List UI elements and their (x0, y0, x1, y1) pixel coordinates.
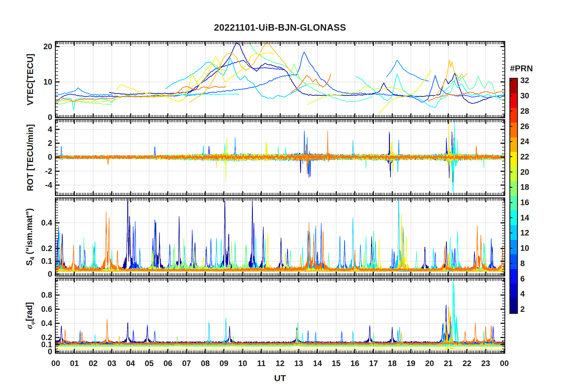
y-tick-label: 0 (19, 269, 52, 279)
y-tick-label: 0.2 (19, 332, 52, 342)
sigma_phi-panel (55, 278, 505, 354)
colorbar-segment (510, 167, 517, 181)
x-tick-label: 06 (163, 359, 172, 368)
y-tick-label: 0 (19, 112, 52, 122)
x-tick-label: 11 (257, 359, 266, 368)
chart-title: 20221101-UiB-BJN-GLONASS (56, 22, 504, 33)
colorbar-segment (510, 240, 517, 255)
colorbar-segment (510, 181, 517, 196)
colorbar-segment (510, 284, 517, 299)
colorbar-tick-label: 16 (520, 198, 529, 207)
sigma_phi-plot-canvas (56, 279, 504, 353)
colorbar-tick-label: 24 (520, 137, 529, 146)
y-tick-label: 20 (19, 42, 52, 52)
colorbar-tick (510, 156, 512, 157)
x-tick-label: 17 (369, 359, 378, 368)
colorbar-tick-label: 6 (520, 274, 525, 284)
colorbar-tick (510, 111, 512, 111)
x-tick-label: 03 (107, 359, 116, 368)
colorbar-tick-label: 26 (520, 122, 529, 131)
x-tick-label: 00 (500, 359, 509, 368)
figure: 20221101-UiB-BJN-GLONASS VTEC[TECU]ROT [… (0, 0, 561, 392)
colorbar-tick-label: 20 (520, 167, 529, 177)
x-tick-label: 18 (388, 359, 397, 368)
colorbar-tick-label: 12 (520, 228, 529, 238)
colorbar-tick-label: 28 (520, 106, 529, 116)
y-tick-label: 0 (19, 152, 52, 162)
x-tick-label: 20 (425, 359, 434, 368)
colorbar-tick-label: 14 (520, 213, 529, 223)
colorbar-tick-label: 32 (520, 76, 529, 85)
colorbar-tick (510, 294, 512, 294)
x-tick-label: 13 (294, 359, 303, 368)
colorbar-segment (510, 196, 517, 211)
colorbar-tick (510, 95, 512, 96)
y-tick-label: 0.2 (19, 243, 52, 253)
colorbar-segment (510, 108, 517, 123)
x-tick-label: 08 (201, 359, 210, 368)
colorbar-tick (510, 263, 512, 264)
colorbar-tick (510, 141, 512, 142)
y-tick-label: 10 (19, 77, 52, 87)
colorbar-tick (510, 202, 512, 203)
colorbar-segment (510, 152, 517, 167)
x-tick-label: 23 (481, 359, 490, 368)
colorbar-tick-label: 30 (520, 91, 529, 101)
colorbar-segment (510, 123, 517, 137)
x-tick-label: 02 (89, 359, 98, 368)
colorbar-tick-label: 18 (520, 182, 529, 192)
colorbar-tick-label: 2 (520, 304, 525, 314)
colorbar-tick (510, 80, 512, 81)
x-tick-label: 10 (238, 359, 247, 368)
rot-panel (55, 119, 505, 196)
colorbar-title: #PRN (502, 64, 541, 73)
x-tick-label: 14 (313, 359, 322, 368)
colorbar-tick-label: 8 (520, 259, 525, 268)
x-tick-label: 01 (70, 359, 79, 368)
colorbar-tick-label: 22 (520, 152, 529, 162)
y-tick-label: 0.8 (19, 290, 52, 300)
colorbar-tick (510, 172, 512, 172)
x-tick-label: 15 (332, 359, 341, 368)
colorbar-segment (510, 298, 517, 313)
colorbar-tick (510, 217, 512, 218)
y-tick-label: 0.4 (19, 318, 52, 328)
rot-plot-canvas (56, 120, 504, 195)
vtec-plot-canvas (56, 42, 504, 117)
y-tick-label: 0.4 (19, 218, 52, 228)
x-tick-label: 12 (275, 359, 284, 368)
y-tick-label: 2 (19, 138, 52, 148)
x-tick-label: 05 (145, 359, 154, 368)
y-tick-label: -4 (19, 180, 52, 190)
colorbar-tick-label: 10 (520, 243, 529, 253)
y-tick-label: 4 (19, 124, 52, 134)
s4-panel (55, 197, 505, 276)
x-tick-label: 22 (462, 359, 471, 368)
x-tick-label: 21 (444, 359, 453, 368)
x-tick-label: 07 (182, 359, 191, 368)
y-tick-label: 0.6 (19, 304, 52, 314)
colorbar-segment (510, 137, 517, 152)
colorbar-tick (510, 248, 512, 249)
x-axis-label: UT (56, 373, 504, 383)
y-tick-label: 0.1 (19, 256, 52, 266)
colorbar-tick (510, 309, 512, 309)
x-tick-label: 09 (219, 359, 228, 368)
colorbar-segment (510, 254, 517, 269)
x-tick-label: 00 (51, 359, 60, 368)
x-tick-label: 16 (350, 359, 359, 368)
colorbar-tick-label: 4 (520, 289, 525, 299)
x-tick-label: 19 (406, 359, 415, 368)
colorbar-tick (510, 187, 512, 188)
vtec-panel (55, 41, 505, 118)
x-tick-label: 04 (126, 359, 135, 368)
s4-plot-canvas (56, 198, 504, 276)
colorbar-tick (510, 126, 512, 127)
colorbar-segment (510, 269, 517, 284)
colorbar-tick (510, 278, 512, 279)
colorbar-tick (510, 233, 512, 233)
y-tick-label: -2 (19, 166, 52, 176)
